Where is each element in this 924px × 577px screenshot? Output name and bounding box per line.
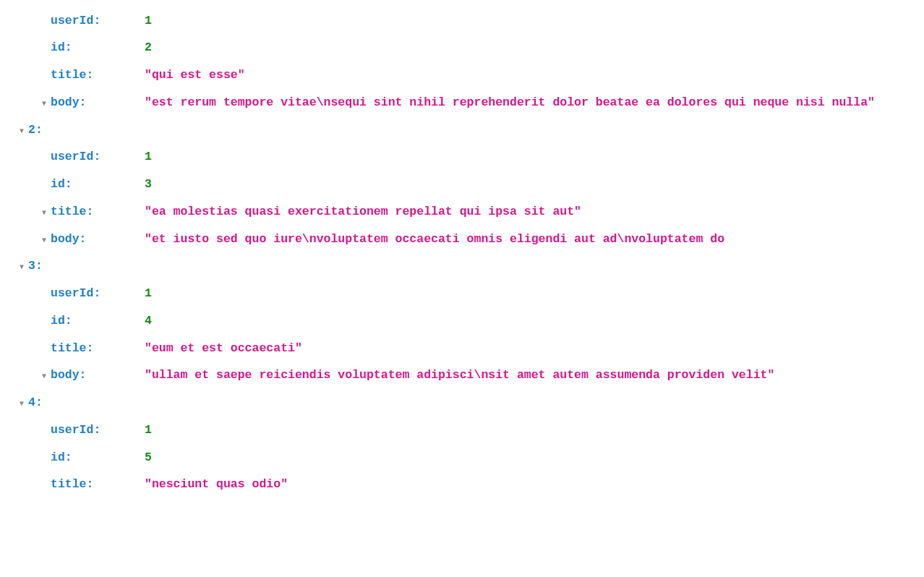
disclosure-triangle-icon bbox=[39, 148, 49, 153]
property-key: body: bbox=[51, 367, 145, 385]
property-value: 5 bbox=[145, 449, 924, 467]
property-key: title: bbox=[51, 340, 145, 358]
disclosure-triangle-icon[interactable]: ▼ bbox=[17, 257, 27, 273]
property-value: 1 bbox=[145, 148, 924, 166]
tree-property-row[interactable]: title:"nesciunt quas odio" bbox=[0, 471, 924, 499]
property-value: "ea molestias quasi exercitationem repel… bbox=[145, 203, 924, 221]
property-value: "ullam et saepe reiciendis voluptatem ad… bbox=[145, 367, 924, 385]
property-value: "qui est esse" bbox=[145, 67, 924, 85]
property-key: userId: bbox=[51, 422, 145, 440]
value-number: 5 bbox=[145, 450, 152, 464]
property-key: 3: bbox=[28, 257, 43, 275]
property-key: id: bbox=[51, 176, 145, 194]
value-number: 2 bbox=[145, 40, 152, 54]
property-value: 4 bbox=[145, 312, 924, 330]
property-key: userId: bbox=[51, 285, 145, 303]
value-string: "eum et est occaecati" bbox=[145, 341, 302, 355]
property-key: title: bbox=[51, 203, 145, 221]
value-string: "qui est esse" bbox=[145, 68, 245, 82]
value-string: "est rerum tempore vitae\nsequi sint nih… bbox=[145, 95, 875, 109]
tree-property-row[interactable]: userId:1 bbox=[0, 281, 924, 308]
disclosure-triangle-icon bbox=[39, 476, 49, 480]
value-number: 4 bbox=[145, 314, 152, 328]
disclosure-triangle-icon[interactable]: ▼ bbox=[39, 203, 49, 218]
value-number: 1 bbox=[145, 423, 152, 437]
tree-property-row[interactable]: userId:1 bbox=[0, 7, 924, 35]
disclosure-triangle-icon[interactable]: ▼ bbox=[39, 231, 49, 246]
tree-group-header[interactable]: ▼4: bbox=[0, 390, 924, 417]
disclosure-triangle-icon bbox=[39, 39, 49, 43]
property-key: id: bbox=[51, 39, 145, 57]
value-string: "et iusto sed quo iure\nvoluptatem occae… bbox=[145, 232, 724, 246]
disclosure-triangle-icon bbox=[39, 340, 49, 344]
property-key: id: bbox=[51, 449, 145, 467]
property-value: "nesciunt quas odio" bbox=[145, 476, 924, 494]
tree-property-row[interactable]: ▼body:"est rerum tempore vitae\nsequi si… bbox=[0, 89, 924, 116]
property-value: 3 bbox=[145, 176, 924, 194]
disclosure-triangle-icon[interactable]: ▼ bbox=[17, 121, 27, 137]
value-number: 1 bbox=[145, 150, 152, 163]
property-key: 2: bbox=[28, 121, 43, 140]
value-string: "ea molestias quasi exercitationem repel… bbox=[145, 205, 581, 218]
tree-property-row[interactable]: id:4 bbox=[0, 307, 924, 335]
property-key: userId: bbox=[51, 148, 145, 166]
tree-property-row[interactable]: id:2 bbox=[0, 35, 924, 62]
property-key: id: bbox=[51, 312, 145, 330]
property-value: "et iusto sed quo iure\nvoluptatem occae… bbox=[145, 231, 924, 249]
disclosure-triangle-icon[interactable]: ▼ bbox=[17, 394, 27, 409]
property-key: title: bbox=[51, 476, 145, 494]
tree-group-header[interactable]: ▼2: bbox=[0, 116, 924, 144]
disclosure-triangle-icon bbox=[39, 12, 49, 17]
disclosure-triangle-icon bbox=[39, 176, 49, 180]
property-value: "eum et est occaecati" bbox=[145, 340, 924, 358]
disclosure-triangle-icon[interactable]: ▼ bbox=[39, 367, 49, 382]
value-number: 1 bbox=[145, 14, 152, 27]
property-key: title: bbox=[51, 67, 145, 85]
tree-property-row[interactable]: title:"qui est esse" bbox=[0, 62, 924, 90]
tree-property-row[interactable]: userId:1 bbox=[0, 416, 924, 444]
value-string: "nesciunt quas odio" bbox=[145, 477, 288, 491]
property-key: body: bbox=[51, 231, 145, 249]
property-value: 1 bbox=[145, 285, 924, 303]
property-key: userId: bbox=[51, 12, 145, 30]
property-key: body: bbox=[51, 94, 145, 112]
tree-group-header[interactable]: ▼3: bbox=[0, 253, 924, 281]
tree-property-row[interactable]: title:"eum et est occaecati" bbox=[0, 335, 924, 362]
value-number: 3 bbox=[145, 177, 152, 191]
tree-property-row[interactable]: ▼title:"ea molestias quasi exercitatione… bbox=[0, 198, 924, 226]
json-tree-viewer: userId:1id:2title:"qui est esse"▼body:"e… bbox=[0, 7, 924, 499]
disclosure-triangle-icon[interactable]: ▼ bbox=[39, 94, 49, 109]
disclosure-triangle-icon bbox=[39, 312, 49, 317]
property-value: "est rerum tempore vitae\nsequi sint nih… bbox=[145, 94, 924, 112]
tree-property-row[interactable]: ▼body:"et iusto sed quo iure\nvoluptatem… bbox=[0, 226, 924, 253]
disclosure-triangle-icon bbox=[39, 422, 49, 426]
property-value: 1 bbox=[145, 12, 924, 30]
tree-property-row[interactable]: id:5 bbox=[0, 444, 924, 471]
disclosure-triangle-icon bbox=[39, 449, 49, 453]
disclosure-triangle-icon bbox=[39, 67, 49, 71]
tree-property-row[interactable]: userId:1 bbox=[0, 144, 924, 171]
property-value: 2 bbox=[145, 39, 924, 57]
tree-property-row[interactable]: id:3 bbox=[0, 171, 924, 199]
value-string: "ullam et saepe reiciendis voluptatem ad… bbox=[145, 368, 774, 382]
disclosure-triangle-icon bbox=[39, 285, 49, 289]
value-number: 1 bbox=[145, 286, 152, 300]
property-key: 4: bbox=[28, 394, 43, 412]
tree-property-row[interactable]: ▼body:"ullam et saepe reiciendis volupta… bbox=[0, 362, 924, 390]
property-value: 1 bbox=[145, 422, 924, 440]
